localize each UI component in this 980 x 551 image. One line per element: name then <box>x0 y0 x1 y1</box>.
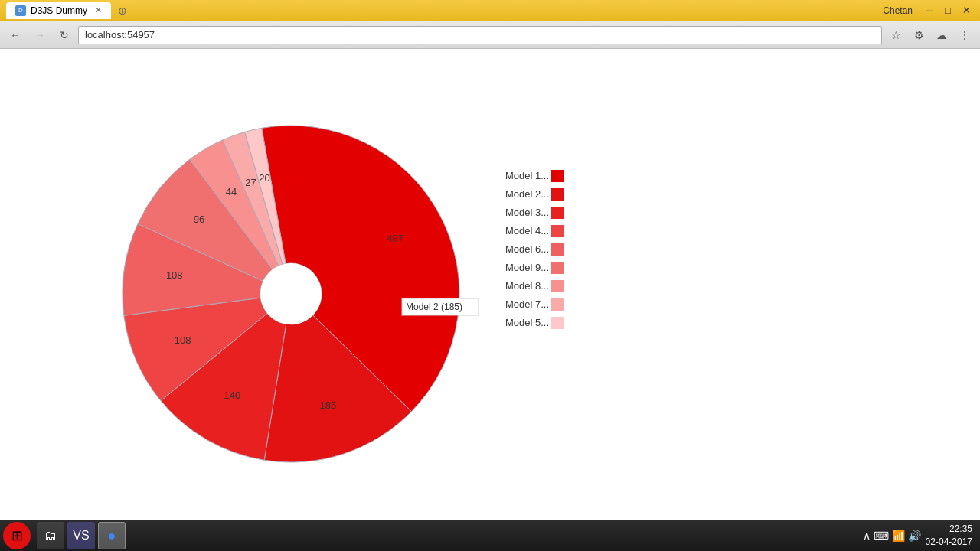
legend-swatch-1 <box>551 188 564 201</box>
pie-center-circle <box>260 263 322 324</box>
legend-item-2: Model 3... <box>505 207 564 219</box>
legend-swatch-2 <box>551 207 564 219</box>
pie-label-8: 20 <box>259 172 270 184</box>
pie-label-6: 44 <box>226 186 237 197</box>
legend-item-8: Model 5... <box>505 317 564 329</box>
pie-label-3: 108 <box>175 334 191 346</box>
taskbar-chrome[interactable]: ● <box>98 522 126 528</box>
minimize-button[interactable]: ─ <box>922 3 937 18</box>
tab-title: D3JS Dummy <box>31 5 87 16</box>
extensions-button[interactable]: ⚙ <box>908 24 929 46</box>
pie-chart: 48718514010810896442720 Model 1...Model … <box>54 72 712 516</box>
browser-tab[interactable]: D D3JS Dummy ✕ <box>6 2 111 19</box>
titlebar-right: Chetan ─ □ ✕ <box>883 3 974 18</box>
address-bar[interactable]: localhost:54957 <box>78 26 882 44</box>
legend-swatch-8 <box>551 317 564 329</box>
sync-button[interactable]: ☁ <box>931 24 952 46</box>
legend-item-6: Model 8... <box>505 280 564 292</box>
taskbar-file-explorer[interactable]: 🗂 <box>37 522 64 528</box>
legend-label-5: Model 9... <box>505 262 549 273</box>
taskbar-tray: ∧ ⌨ 📶 🔊 22:35 02-04-2017 <box>858 523 977 528</box>
tab-close-btn[interactable]: ✕ <box>95 5 102 15</box>
legend-swatch-6 <box>551 280 564 292</box>
forward-button[interactable]: → <box>29 24 51 46</box>
legend-swatch-7 <box>551 298 564 311</box>
tooltip-text: Model 2 (185) <box>406 302 462 312</box>
legend-item-7: Model 7... <box>505 298 564 311</box>
pie-label-7: 27 <box>245 177 256 188</box>
pie-label-2: 140 <box>224 390 240 401</box>
pie-label-1: 185 <box>319 399 336 411</box>
legend-item-1: Model 2... <box>505 188 564 201</box>
legend-label-2: Model 3... <box>505 207 549 218</box>
taskbar: ⊞ 🗂 VS ● ∧ ⌨ 📶 🔊 22:35 02-04-2017 <box>0 520 980 528</box>
legend-item-4: Model 6... <box>505 243 564 256</box>
legend-label-1: Model 2... <box>505 188 549 200</box>
address-text: localhost:54957 <box>85 29 875 41</box>
page-content: 48718514010810896442720 Model 1...Model … <box>0 49 980 528</box>
start-button[interactable]: ⊞ <box>3 522 31 528</box>
taskbar-visual-studio[interactable]: VS <box>67 522 95 528</box>
legend-label-0: Model 1... <box>505 170 549 181</box>
titlebar-user: Chetan <box>883 5 913 16</box>
legend-label-6: Model 8... <box>505 280 549 292</box>
pie-label-5: 96 <box>194 214 204 225</box>
taskbar-clock: 22:35 02-04-2017 <box>926 523 972 528</box>
legend-label-7: Model 7... <box>505 298 549 310</box>
legend-swatch-0 <box>551 170 564 182</box>
legend-label-8: Model 5... <box>505 317 549 328</box>
maximize-button[interactable]: □ <box>940 3 956 18</box>
legend-item-0: Model 1... <box>505 170 564 182</box>
menu-button[interactable]: ⋮ <box>954 24 975 46</box>
new-tab-button[interactable]: ⊕ <box>114 2 131 19</box>
pie-label-4: 108 <box>166 269 183 281</box>
back-button[interactable]: ← <box>5 24 26 46</box>
taskbar-time: 22:35 <box>926 523 972 528</box>
legend-label-4: Model 6... <box>505 243 549 255</box>
legend-label-3: Model 4... <box>505 225 549 236</box>
pie-label-0: 487 <box>387 232 403 243</box>
legend-swatch-3 <box>551 225 564 237</box>
browser-titlebar: D D3JS Dummy ✕ ⊕ Chetan ─ □ ✕ <box>0 0 980 21</box>
toolbar-icons: ☆ ⚙ ☁ ⋮ <box>885 24 975 46</box>
legend-swatch-5 <box>551 262 564 274</box>
legend-item-5: Model 9... <box>505 262 564 274</box>
refresh-button[interactable]: ↻ <box>54 24 75 46</box>
browser-toolbar: ← → ↻ localhost:54957 ☆ ⚙ ☁ ⋮ <box>0 21 980 49</box>
tab-favicon: D <box>15 5 26 16</box>
bookmark-button[interactable]: ☆ <box>885 24 906 46</box>
legend-item-3: Model 4... <box>505 225 564 237</box>
close-button[interactable]: ✕ <box>959 3 974 18</box>
legend-swatch-4 <box>551 243 564 256</box>
